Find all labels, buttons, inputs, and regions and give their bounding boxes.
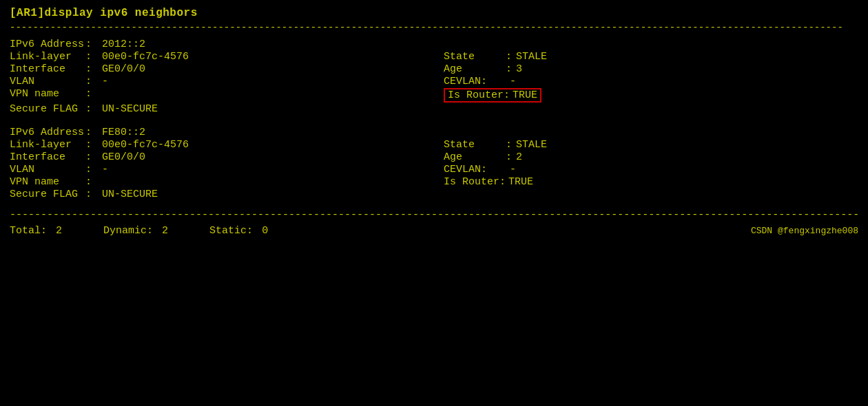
watermark: CSDN @fengxingzhe008 bbox=[751, 226, 858, 236]
right-iface-2: Age : 2 bbox=[444, 151, 858, 163]
footer: Total: 2 Dynamic: 2 Static: 0 CSDN @feng… bbox=[10, 225, 858, 237]
entry-2: IPv6 Address : FE80::2 Link-layer : 00e0… bbox=[10, 127, 858, 201]
row-iface-2: Interface : GE0/0/0 Age : 2 bbox=[10, 151, 858, 163]
row-secure-1: Secure FLAG : UN-SECURE bbox=[10, 103, 858, 115]
link-value-2: 00e0-fc7c-4576 bbox=[102, 139, 189, 151]
vlan-value-1: - bbox=[102, 76, 108, 87]
link-value-1: 00e0-fc7c-4576 bbox=[102, 51, 189, 63]
left-vpn-1: VPN name : bbox=[10, 88, 444, 103]
left-link-2: Link-layer : 00e0-fc7c-4576 bbox=[10, 139, 444, 151]
static-label: Static: bbox=[209, 225, 253, 237]
command-line: [AR1]display ipv6 neighbors bbox=[10, 7, 858, 19]
ipv6-value-2: FE80::2 bbox=[102, 127, 145, 138]
vpn-label-2: VPN name bbox=[10, 176, 85, 188]
right-vpn-2: Is Router: TRUE bbox=[444, 176, 858, 188]
total-stat: Total: 2 bbox=[10, 225, 62, 237]
dynamic-stat: Dynamic: 2 bbox=[103, 225, 168, 237]
footer-stats: Total: 2 Dynamic: 2 Static: 0 bbox=[10, 225, 268, 237]
left-secure-1: Secure FLAG : UN-SECURE bbox=[10, 103, 444, 115]
dynamic-label: Dynamic: bbox=[103, 225, 153, 237]
secure-label-2: Secure FLAG bbox=[10, 189, 85, 200]
iface-label-2: Interface bbox=[10, 151, 85, 163]
right-vpn-1: Is Router: TRUE bbox=[444, 88, 858, 103]
row-vlan-1: VLAN : - CEVLAN: - bbox=[10, 76, 858, 87]
left-ipv6-2: IPv6 Address : FE80::2 bbox=[10, 127, 444, 138]
vlan-value-2: - bbox=[102, 164, 108, 175]
iface-label-1: Interface bbox=[10, 63, 85, 75]
link-label-2: Link-layer bbox=[10, 139, 85, 151]
right-link-1: State : STALE bbox=[444, 51, 858, 63]
state-label-1: State bbox=[444, 51, 506, 63]
right-vlan-1: CEVLAN: - bbox=[444, 76, 858, 87]
total-value: 2 bbox=[56, 225, 62, 237]
footer-divider: ----------------------------------------… bbox=[10, 209, 858, 221]
state-value-1: STALE bbox=[516, 51, 547, 63]
secure-label-1: Secure FLAG bbox=[10, 103, 85, 115]
right-secure-1 bbox=[444, 103, 858, 115]
entry-1: IPv6 Address : 2012::2 Link-layer : 00e0… bbox=[10, 39, 858, 116]
row-vpn-2: VPN name : Is Router: TRUE bbox=[10, 176, 858, 188]
row-vpn-1: VPN name : Is Router: TRUE bbox=[10, 88, 858, 103]
vlan-label-1: VLAN bbox=[10, 76, 85, 87]
right-vlan-2: CEVLAN: - bbox=[444, 164, 858, 175]
left-vlan-2: VLAN : - bbox=[10, 164, 444, 175]
secure-value-2: UN-SECURE bbox=[102, 189, 158, 200]
age-label-2: Age bbox=[444, 151, 506, 163]
left-vpn-2: VPN name : bbox=[10, 176, 444, 188]
cevlan-label-2: CEVLAN: bbox=[444, 164, 506, 175]
spacer-1 bbox=[10, 120, 858, 127]
row-link-1: Link-layer : 00e0-fc7c-4576 State : STAL… bbox=[10, 51, 858, 63]
left-secure-2: Secure FLAG : UN-SECURE bbox=[10, 189, 444, 200]
row-ipv6-1: IPv6 Address : 2012::2 bbox=[10, 39, 858, 50]
top-divider: ----------------------------------------… bbox=[10, 22, 858, 33]
iface-value-2: GE0/0/0 bbox=[102, 151, 145, 163]
router-label-2: Is Router: bbox=[444, 176, 506, 188]
left-vlan-1: VLAN : - bbox=[10, 76, 444, 87]
link-label-1: Link-layer bbox=[10, 51, 85, 63]
right-ipv6-2 bbox=[444, 127, 858, 138]
row-secure-2: Secure FLAG : UN-SECURE bbox=[10, 189, 858, 200]
row-ipv6-2: IPv6 Address : FE80::2 bbox=[10, 127, 858, 138]
right-link-2: State : STALE bbox=[444, 139, 858, 151]
ipv6-label-1: IPv6 Address bbox=[10, 39, 85, 50]
age-value-1: 3 bbox=[516, 63, 522, 75]
age-value-2: 2 bbox=[516, 151, 522, 163]
cevlan-label-1: CEVLAN: bbox=[444, 76, 506, 87]
ipv6-value-1: 2012::2 bbox=[102, 39, 145, 50]
row-iface-1: Interface : GE0/0/0 Age : 3 bbox=[10, 63, 858, 75]
vpn-label-1: VPN name bbox=[10, 88, 85, 103]
left-iface-2: Interface : GE0/0/0 bbox=[10, 151, 444, 163]
row-link-2: Link-layer : 00e0-fc7c-4576 State : STAL… bbox=[10, 139, 858, 151]
vlan-label-2: VLAN bbox=[10, 164, 85, 175]
router-value-1: TRUE bbox=[513, 89, 537, 101]
iface-value-1: GE0/0/0 bbox=[102, 63, 145, 75]
state-value-2: STALE bbox=[516, 139, 547, 151]
right-iface-1: Age : 3 bbox=[444, 63, 858, 75]
static-value: 0 bbox=[262, 225, 268, 237]
left-iface-1: Interface : GE0/0/0 bbox=[10, 63, 444, 75]
total-label: Total: bbox=[10, 225, 47, 237]
secure-value-1: UN-SECURE bbox=[102, 103, 158, 115]
left-ipv6-1: IPv6 Address : 2012::2 bbox=[10, 39, 444, 50]
cevlan-value-1: - bbox=[510, 76, 516, 87]
terminal: [AR1]display ipv6 neighbors ------------… bbox=[10, 7, 858, 399]
ipv6-label-2: IPv6 Address bbox=[10, 127, 85, 138]
cevlan-value-2: - bbox=[510, 164, 516, 175]
static-stat: Static: 0 bbox=[209, 225, 268, 237]
is-router-highlighted-1: Is Router: TRUE bbox=[444, 88, 541, 103]
row-vlan-2: VLAN : - CEVLAN: - bbox=[10, 164, 858, 175]
age-label-1: Age bbox=[444, 63, 506, 75]
right-ipv6-1 bbox=[444, 39, 858, 50]
left-link-1: Link-layer : 00e0-fc7c-4576 bbox=[10, 51, 444, 63]
router-label-1: Is Router: bbox=[448, 89, 510, 101]
state-label-2: State bbox=[444, 139, 506, 151]
router-value-2: TRUE bbox=[508, 176, 533, 188]
right-secure-2 bbox=[444, 189, 858, 200]
dynamic-value: 2 bbox=[162, 225, 168, 237]
